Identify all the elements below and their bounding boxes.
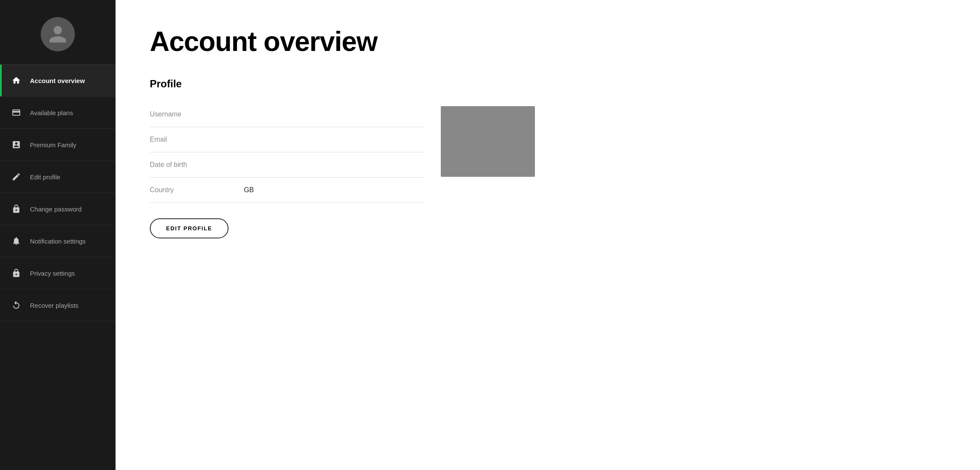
sidebar-item-change-password[interactable]: Change password [0, 193, 116, 225]
sidebar-item-available-plans[interactable]: Available plans [0, 97, 116, 129]
sidebar-item-label-privacy-settings: Privacy settings [30, 270, 75, 277]
profile-image-placeholder [441, 106, 535, 177]
email-label: Email [150, 136, 244, 143]
edit-profile-button[interactable]: EDIT PROFILE [150, 218, 229, 238]
home-icon [10, 74, 22, 86]
sidebar: Account overview Available plans Premium… [0, 0, 116, 470]
country-value: GB [244, 186, 254, 194]
profile-fields: Username Email Date of birth Country GB … [150, 102, 424, 238]
sidebar-item-account-overview[interactable]: Account overview [0, 65, 116, 97]
sidebar-item-label-edit-profile: Edit profile [30, 173, 60, 181]
sidebar-item-label-notification-settings: Notification settings [30, 238, 86, 245]
user-icon [48, 24, 68, 45]
profile-section-title: Profile [150, 78, 535, 90]
sidebar-item-label-available-plans: Available plans [30, 109, 73, 116]
bell-icon [10, 235, 22, 247]
avatar-section [0, 0, 116, 65]
recover-icon [10, 299, 22, 311]
username-field-row: Username [150, 102, 424, 127]
profile-section: Profile Username Email Date of birth Cou… [150, 78, 535, 238]
main-content: Account overview Profile Username Email … [116, 0, 980, 470]
sidebar-item-premium-family[interactable]: Premium Family [0, 129, 116, 161]
sidebar-item-label-recover-playlists: Recover playlists [30, 302, 78, 309]
profile-layout: Username Email Date of birth Country GB … [150, 102, 535, 238]
avatar [41, 17, 75, 51]
dob-label: Date of birth [150, 161, 244, 169]
sidebar-item-recover-playlists[interactable]: Recover playlists [0, 289, 116, 321]
edit-icon [10, 171, 22, 183]
sidebar-item-label-premium-family: Premium Family [30, 141, 76, 149]
email-field-row: Email [150, 127, 424, 152]
sidebar-nav: Account overview Available plans Premium… [0, 65, 116, 470]
privacy-lock-icon [10, 267, 22, 279]
sidebar-item-label-change-password: Change password [30, 205, 82, 213]
plans-icon [10, 107, 22, 119]
dob-field-row: Date of birth [150, 152, 424, 178]
lock-icon [10, 203, 22, 215]
sidebar-item-label-account-overview: Account overview [30, 77, 85, 84]
country-field-row: Country GB [150, 178, 424, 203]
sidebar-item-privacy-settings[interactable]: Privacy settings [0, 257, 116, 289]
page-title: Account overview [150, 26, 946, 57]
username-label: Username [150, 110, 244, 118]
family-icon [10, 139, 22, 151]
country-label: Country [150, 186, 244, 194]
sidebar-item-edit-profile[interactable]: Edit profile [0, 161, 116, 193]
sidebar-item-notification-settings[interactable]: Notification settings [0, 225, 116, 257]
